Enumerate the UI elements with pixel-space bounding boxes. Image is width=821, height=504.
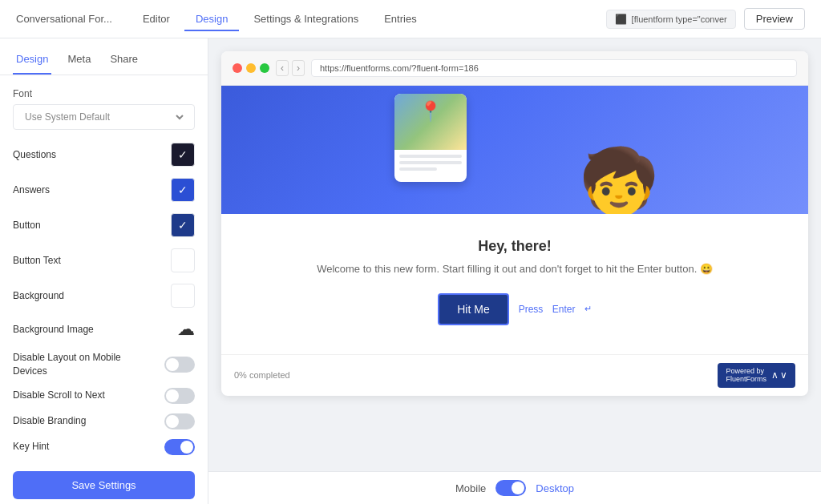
press-enter-hint: Press Enter ↵ — [519, 304, 592, 315]
button-text-color-swatch[interactable] — [171, 248, 195, 272]
background-image-label: Background Image — [13, 324, 94, 335]
sidebar-tab-design[interactable]: Design — [13, 48, 51, 75]
form-title: Hey, there! — [253, 238, 776, 255]
up-arrow-icon[interactable]: ∧ — [771, 369, 779, 381]
disable-branding-slider — [164, 413, 195, 429]
upload-icon: ☁ — [177, 319, 195, 340]
key-hint-toggle-row: Key Hint — [13, 439, 195, 455]
map-line-3 — [399, 167, 437, 171]
sidebar-tab-meta[interactable]: Meta — [64, 48, 94, 75]
button-text-label: Button Text — [13, 255, 61, 266]
main-layout: Design Meta Share Font Use System Defaul… — [0, 38, 821, 504]
browser-dots — [233, 63, 269, 73]
down-arrow-icon[interactable]: ∨ — [780, 369, 787, 381]
check-icon: ✓ — [178, 148, 188, 161]
nav-arrows: ∧ ∨ — [771, 369, 787, 381]
map-card: 📍 — [394, 94, 467, 182]
press-label: Press — [519, 304, 544, 315]
button-text-color-row: Button Text — [13, 248, 195, 272]
disable-branding-toggle-row: Disable Branding — [13, 413, 195, 429]
background-image-row: Background Image ☁ — [13, 319, 195, 340]
disable-layout-label: Disable Layout on Mobile Devices — [13, 351, 141, 378]
sidebar-tab-share[interactable]: Share — [107, 48, 141, 75]
form-cta: Hit Me Press Enter ↵ — [253, 293, 776, 325]
code-icon: ⬛ — [615, 14, 627, 25]
questions-color-swatch[interactable]: ✓ — [171, 143, 195, 167]
button-label: Button — [13, 220, 41, 231]
top-nav-right: ⬛ [fluentform type="conver Preview — [606, 8, 805, 30]
tab-design[interactable]: Design — [184, 8, 239, 31]
upload-button[interactable]: ☁ — [177, 319, 195, 340]
key-hint-slider — [164, 439, 195, 455]
answers-label: Answers — [13, 184, 50, 196]
character-illustration: 🧒 — [579, 150, 659, 214]
disable-branding-toggle[interactable] — [164, 413, 195, 429]
bottom-bar: Mobile Desktop — [208, 471, 821, 504]
browser-chrome: ‹ › https://fluentforms.com/?fluent-form… — [221, 51, 808, 86]
map-pin-icon: 📍 — [419, 100, 443, 123]
device-toggle-slider — [495, 480, 526, 496]
hit-me-button[interactable]: Hit Me — [438, 293, 508, 325]
hero-illustration: 📍 🧒 — [221, 86, 808, 214]
browser-url[interactable]: https://fluentforms.com/?fluent-form=186 — [311, 59, 797, 77]
font-select-input[interactable]: Use System Default — [22, 111, 186, 123]
background-label: Background — [13, 290, 64, 301]
button-color-swatch[interactable]: ✓ — [171, 213, 195, 237]
disable-layout-slider — [164, 357, 195, 373]
dot-red — [233, 63, 242, 73]
answers-color-swatch[interactable]: ✓ — [171, 178, 195, 202]
shortcode-badge[interactable]: ⬛ [fluentform type="conver — [606, 10, 736, 29]
dot-yellow — [246, 63, 256, 73]
form-body: Hey, there! Welcome to this new form. St… — [221, 214, 808, 354]
enter-label: Enter — [552, 304, 576, 315]
key-hint-label: Key Hint — [13, 440, 49, 454]
font-select-dropdown[interactable]: Use System Default — [13, 104, 195, 130]
background-color-row: Background — [13, 284, 195, 308]
disable-layout-toggle-row: Disable Layout on Mobile Devices — [13, 351, 195, 378]
background-color-swatch[interactable] — [171, 284, 195, 308]
map-lines — [394, 150, 467, 179]
disable-scroll-toggle[interactable] — [164, 388, 195, 404]
powered-by-badge: Powered by FluentForms ∧ ∨ — [718, 363, 795, 389]
top-nav-tabs: Editor Design Settings & Integrations En… — [131, 8, 606, 30]
mobile-label: Mobile — [455, 482, 486, 494]
key-hint-toggle[interactable] — [164, 439, 195, 455]
enter-icon: ↵ — [584, 304, 592, 314]
browser-frame: ‹ › https://fluentforms.com/?fluent-form… — [221, 51, 808, 396]
device-toggle[interactable] — [495, 480, 526, 496]
font-label: Font — [13, 88, 195, 99]
brand-name: Conversational For... — [16, 13, 112, 25]
tab-entries[interactable]: Entries — [373, 8, 427, 31]
sidebar: Design Meta Share Font Use System Defaul… — [0, 38, 208, 504]
back-arrow[interactable]: ‹ — [276, 60, 289, 76]
map-bg: 📍 — [394, 94, 467, 150]
shortcode-text: [fluentform type="conver — [632, 14, 727, 24]
check-icon: ✓ — [178, 219, 188, 232]
questions-color-row: Questions ✓ — [13, 143, 195, 167]
character-emoji: 🧒 — [579, 150, 659, 214]
check-icon: ✓ — [178, 183, 188, 196]
powered-by-line2: FluentForms — [726, 375, 766, 384]
disable-layout-toggle[interactable] — [164, 357, 195, 373]
sidebar-content: Font Use System Default Questions ✓ Answ… — [0, 75, 208, 504]
font-field-group: Font Use System Default — [13, 88, 195, 130]
tab-editor[interactable]: Editor — [131, 8, 181, 31]
preview-button[interactable]: Preview — [744, 8, 805, 30]
powered-by-text: Powered by FluentForms — [726, 367, 766, 385]
disable-scroll-toggle-row: Disable Scroll to Next — [13, 388, 195, 404]
form-subtitle: Welcome to this new form. Start filling … — [253, 261, 776, 277]
browser-arrows: ‹ › — [276, 60, 305, 76]
map-line-1 — [399, 155, 462, 158]
map-line-2 — [399, 161, 462, 164]
forward-arrow[interactable]: › — [292, 60, 305, 76]
top-nav: Conversational For... Editor Design Sett… — [0, 0, 821, 38]
desktop-label: Desktop — [536, 482, 574, 494]
save-settings-button[interactable]: Save Settings — [13, 471, 195, 499]
powered-by-line1: Powered by — [726, 367, 766, 376]
form-hero: 📍 🧒 — [221, 86, 808, 214]
button-color-row: Button ✓ — [13, 213, 195, 237]
disable-scroll-label: Disable Scroll to Next — [13, 389, 105, 402]
tab-settings[interactable]: Settings & Integrations — [242, 8, 370, 31]
progress-text: 0% completed — [234, 370, 290, 380]
answers-color-row: Answers ✓ — [13, 178, 195, 202]
